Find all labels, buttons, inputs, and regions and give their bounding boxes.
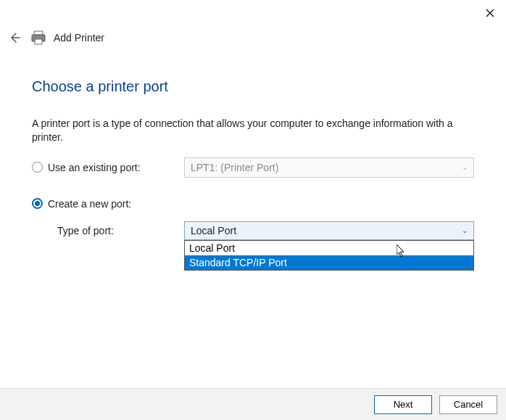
create-new-port-radio[interactable]: Create a new port:: [32, 198, 184, 210]
page-heading: Choose a printer port: [32, 78, 474, 95]
radio-dot-icon: [35, 201, 40, 206]
printer-icon: [30, 30, 46, 45]
svg-rect-2: [35, 39, 42, 44]
use-existing-port-label: Use an existing port:: [48, 162, 141, 173]
content-area: Choose a printer port A printer port is …: [0, 46, 506, 240]
existing-port-select: LPT1: (Printer Port) ⌄: [184, 157, 474, 178]
cancel-button[interactable]: Cancel: [439, 395, 497, 414]
page-description: A printer port is a type of connection t…: [32, 117, 474, 144]
next-button[interactable]: Next: [374, 395, 432, 414]
svg-point-3: [42, 36, 43, 38]
port-type-selected-value: Local Port: [191, 225, 236, 236]
radio-icon: [32, 162, 43, 173]
footer: Next Cancel: [0, 388, 506, 420]
type-of-port-label: Type of port:: [32, 225, 184, 236]
close-icon: [486, 9, 494, 17]
svg-rect-0: [34, 31, 43, 35]
chevron-down-icon: ⌄: [462, 226, 468, 234]
port-type-dropdown: Local Port Standard TCP/IP Port: [184, 240, 474, 271]
dropdown-item-standard-tcpip[interactable]: Standard TCP/IP Port: [185, 255, 473, 270]
wizard-header: Add Printer: [0, 0, 506, 46]
port-type-select[interactable]: Local Port ⌄: [184, 221, 474, 240]
close-button[interactable]: [481, 4, 499, 22]
create-new-port-row: Create a new port:: [32, 198, 474, 210]
existing-port-value: LPT1: (Printer Port): [191, 162, 278, 173]
use-existing-port-radio[interactable]: Use an existing port:: [32, 162, 184, 173]
wizard-title: Add Printer: [54, 32, 104, 44]
dropdown-item-local-port[interactable]: Local Port: [185, 241, 473, 255]
back-arrow-icon: [9, 32, 20, 44]
type-of-port-row: Type of port: Local Port ⌄ Local Port St…: [32, 221, 474, 240]
use-existing-port-row: Use an existing port: LPT1: (Printer Por…: [32, 157, 474, 178]
chevron-down-icon: ⌄: [462, 163, 468, 171]
port-type-combo-wrap: Local Port ⌄ Local Port Standard TCP/IP …: [184, 221, 474, 240]
back-button[interactable]: [6, 29, 23, 46]
radio-icon: [32, 198, 43, 209]
create-new-port-label: Create a new port:: [48, 198, 131, 210]
